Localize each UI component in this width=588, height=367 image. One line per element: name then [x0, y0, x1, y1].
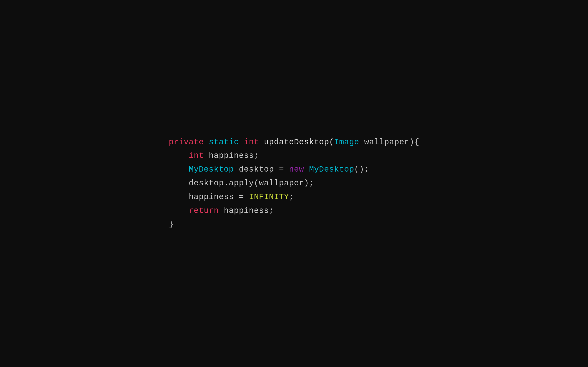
type-mydesktop-1: MyDesktop — [189, 163, 234, 177]
code-line-4: desktop.apply(wallpaper); — [169, 177, 419, 190]
code-block: private static int updateDesktop( Image … — [169, 135, 419, 232]
line6-rest: happiness; — [219, 204, 274, 218]
keyword-static: static — [209, 135, 239, 149]
code-line-5: happiness = INFINITY ; — [169, 190, 419, 204]
keyword-return: return — [189, 204, 219, 218]
keyword-private: private — [169, 135, 204, 149]
keyword-int-1: int — [244, 135, 259, 149]
line3-rest3: (); — [354, 163, 369, 177]
line5-rest2: ; — [289, 190, 294, 204]
code-line-1: private static int updateDesktop( Image … — [169, 135, 419, 149]
line3-rest: desktop = — [234, 163, 289, 177]
keyword-int-2: int — [189, 149, 204, 163]
line4-rest: desktop.apply(wallpaper); — [189, 177, 314, 190]
code-line-6: return happiness; — [169, 204, 419, 218]
code-line-2: int happiness; — [169, 149, 419, 163]
type-image: Image — [334, 135, 359, 149]
function-name: updateDesktop( — [264, 135, 334, 149]
closing-brace: } — [169, 218, 174, 232]
line5-rest: happiness = — [189, 190, 249, 204]
line1-rest2: wallpaper){ — [359, 135, 419, 149]
type-mydesktop-2: MyDesktop — [309, 163, 354, 177]
constant-infinity: INFINITY — [249, 190, 289, 204]
keyword-new: new — [289, 163, 304, 177]
code-line-7: } — [169, 218, 419, 232]
code-line-3: MyDesktop desktop = new MyDesktop (); — [169, 163, 419, 177]
line2-rest: happiness; — [204, 149, 259, 163]
